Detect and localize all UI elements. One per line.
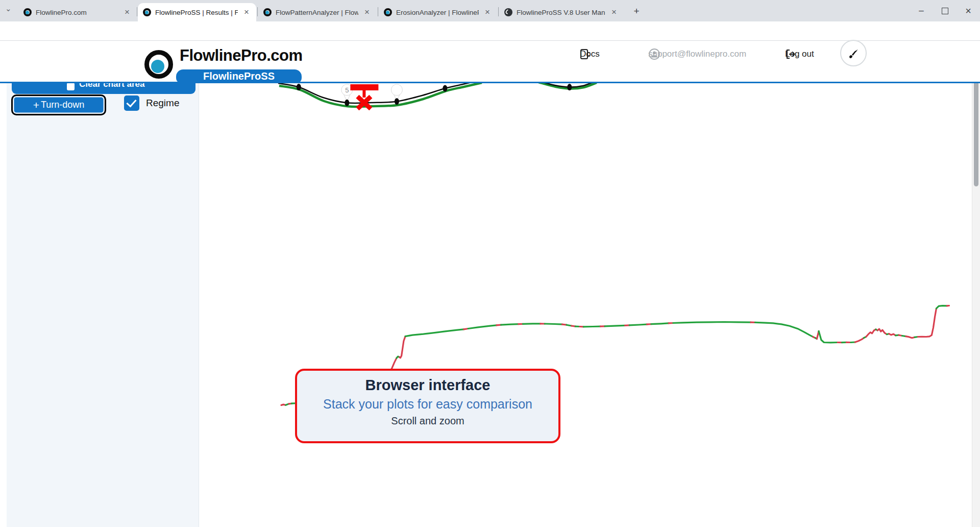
tab-results-active[interactable]: FlowlineProSS | Results | Flowlin × [138, 3, 256, 21]
elevation-profile-segment [405, 329, 464, 337]
elevation-profile-segment [866, 329, 876, 337]
tooltip-title: Browser interface [297, 377, 558, 394]
user-circle-icon [648, 48, 660, 60]
paintbrush-icon [847, 47, 860, 59]
plus-icon: + [33, 99, 39, 111]
tab-close-icon[interactable]: × [609, 8, 619, 16]
elevation-profile-segment [545, 324, 562, 324]
elevation-profile-segment [391, 358, 397, 369]
window-maximize-button[interactable] [933, 0, 957, 21]
tab-title: FlowlineProSS V.8 User Manual [517, 9, 605, 16]
tab-erosionanalyzer[interactable]: ErosionAnalyzer | FlowlinePro.co × [379, 3, 497, 21]
browser-tab-strip: ⌄ FlowlinePro.com × FlowlineProSS | Resu… [0, 0, 980, 21]
elevation-profile-segment [651, 323, 669, 324]
elevation-profile-segment [523, 324, 540, 324]
tab-flowlinepro[interactable]: FlowlinePro.com × [18, 3, 137, 21]
flowlinepro-favicon-icon [23, 8, 32, 16]
support-email-label: support@flowlinepro.com [648, 49, 746, 59]
app-badge: FlowlineProSS [176, 69, 302, 83]
elevation-profile-segment [468, 325, 497, 329]
tab-close-icon[interactable]: × [122, 8, 132, 16]
tab-close-icon[interactable]: × [362, 8, 372, 16]
elevation-profile-segment [855, 338, 864, 342]
tab-divider [257, 7, 258, 16]
tab-title: FlowPatternAnalyzer | FlowlineP [276, 9, 358, 16]
window-minimize-button[interactable]: – [910, 0, 933, 21]
tab-user-manual[interactable]: FlowlineProSS V.8 User Manual × [499, 3, 624, 21]
elevation-profile-segment [906, 337, 915, 338]
elevation-profile-segment [501, 324, 519, 325]
data-point-marker[interactable] [443, 85, 447, 92]
elevation-profile-segment [399, 337, 405, 358]
maximize-icon [942, 8, 948, 14]
flowlinepro-logo-icon[interactable] [144, 50, 173, 79]
browser-toolbar: ← → ↻ ss.flowlinepro.com ☆ K ⋮ [0, 21, 980, 41]
tab-divider [498, 7, 499, 16]
selected-point-stem [362, 90, 365, 98]
support-email-link[interactable]: support@flowlinepro.com [648, 46, 746, 62]
page-scrollbar-thumb[interactable] [974, 77, 978, 186]
tab-title: FlowlinePro.com [36, 9, 118, 16]
turn-down-button[interactable]: + Turn-down [11, 94, 106, 115]
tab-divider [378, 7, 378, 16]
tab-divider [137, 7, 137, 16]
globe-favicon-icon [504, 8, 512, 16]
new-tab-button[interactable]: + [630, 5, 643, 18]
data-point-marker[interactable] [297, 84, 301, 90]
data-point-marker[interactable] [345, 100, 349, 106]
tab-close-icon[interactable]: × [483, 8, 492, 16]
elevation-profile-segment [889, 334, 896, 336]
site-header: FlowlinePro.com FlowlineProSS Docs suppo… [0, 41, 980, 83]
flowlinepro-favicon-icon [263, 8, 272, 16]
clear-chart-checkbox[interactable] [67, 83, 75, 90]
tab-title: ErosionAnalyzer | FlowlinePro.co [396, 9, 479, 16]
point-callout-balloon [391, 84, 402, 95]
elevation-profile-segment [918, 308, 937, 337]
docs-book-icon [580, 49, 590, 60]
regime-label: Regime [146, 98, 179, 109]
flowlinepro-favicon-icon [143, 8, 151, 16]
tab-search-chevron-icon[interactable]: ⌄ [5, 4, 12, 13]
flowlinepro-favicon-icon [384, 8, 392, 16]
brand-title: FlowlinePro.com [180, 46, 303, 65]
tab-title: FlowlineProSS | Results | Flowlin [155, 9, 238, 16]
tooltip-hint: Scroll and zoom [297, 415, 558, 427]
tooltip-subtitle: Stack your plots for easy comparison [297, 397, 558, 412]
elevation-profile-segment [583, 326, 600, 327]
page-scrollbar[interactable] [972, 41, 980, 527]
close-icon: × [965, 5, 971, 17]
window-close-button[interactable]: × [957, 0, 980, 21]
docs-link[interactable]: Docs [580, 46, 600, 62]
browser-interface-tooltip: Browser interface Stack your plots for e… [295, 369, 560, 443]
minimize-icon: – [919, 6, 923, 16]
elevation-profile-segment [936, 306, 947, 309]
turndown-chart-plot[interactable]: 5 [249, 83, 958, 125]
left-sidebar [7, 82, 199, 527]
regime-checkbox[interactable] [124, 95, 139, 111]
elevation-profile-segment [605, 325, 625, 326]
data-point-marker[interactable] [567, 84, 572, 90]
elevation-profile-segment [673, 322, 751, 323]
tab-close-icon[interactable]: × [242, 8, 251, 16]
elevation-profile-segment [819, 331, 838, 343]
elevation-profile-segment [877, 329, 887, 334]
selected-point-cap-marker [350, 84, 378, 90]
tab-flowpatternanalyzer[interactable]: FlowPatternAnalyzer | FlowlineP × [258, 3, 377, 21]
elevation-profile-segment [755, 322, 813, 337]
balloon-label: 5 [345, 86, 349, 94]
turn-down-label: Turn-down [41, 100, 84, 110]
logout-button[interactable]: Log out [785, 46, 814, 62]
data-point-marker[interactable] [395, 98, 399, 105]
elevation-profile-segment [629, 324, 647, 325]
theme-paintbrush-button[interactable] [840, 40, 867, 66]
logout-icon [785, 49, 796, 60]
